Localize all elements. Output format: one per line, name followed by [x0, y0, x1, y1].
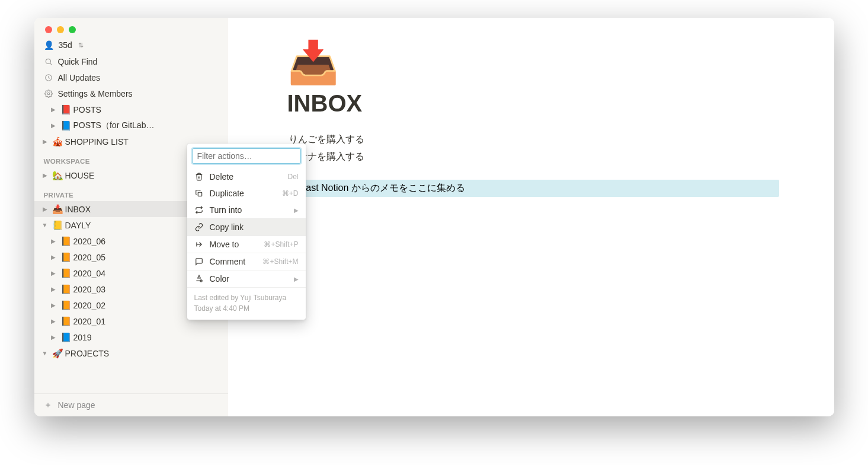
chevron-right-icon[interactable]: ▶	[47, 270, 59, 276]
page-emoji: 🎪	[52, 136, 64, 147]
toggle-block[interactable]: ▶ Fast Notion からのメモをここに集める	[287, 180, 779, 197]
svg-rect-4	[198, 192, 201, 196]
ctx-shortcut: Del	[287, 173, 298, 181]
trash-icon	[194, 173, 204, 181]
ctx-footer-time: Today at 4:40 PM	[194, 303, 299, 314]
gear-icon	[44, 90, 53, 98]
page-emoji: 📥	[52, 204, 64, 215]
all-updates[interactable]: All Updates	[34, 69, 228, 85]
ctx-color[interactable]: Color ▶	[187, 270, 306, 287]
minimize-window-button[interactable]	[57, 26, 64, 33]
chevron-right-icon[interactable]: ▶	[47, 106, 59, 113]
page-emoji: 📕	[60, 104, 72, 115]
user-icon: 👤	[44, 40, 54, 50]
clock-icon	[44, 74, 53, 82]
chevron-right-icon[interactable]: ▶	[47, 238, 59, 244]
sidebar-item-label: INBOX	[65, 205, 91, 214]
ctx-shortcut: ⌘+Shift+P	[264, 240, 298, 249]
main-content: 📥 INBOX りんごを購入する バナナを購入する ▶ Fast Notion …	[228, 18, 834, 416]
chevron-down-icon[interactable]: ▼	[39, 222, 51, 228]
chevron-right-icon[interactable]: ▶	[47, 122, 59, 129]
ctx-comment[interactable]: Comment ⌘+Shift+M	[187, 253, 306, 270]
chevron-right-icon[interactable]: ▶	[39, 138, 51, 145]
sidebar-item-projects[interactable]: ▼🚀PROJECTS	[34, 345, 228, 361]
toggle-label: Fast Notion からのメモをここに集める	[300, 182, 465, 195]
ctx-label: Copy link	[210, 222, 244, 232]
ctx-footer: Last edited by Yuji Tsuburaya Today at 4…	[187, 288, 306, 320]
ctx-label: Color	[210, 274, 229, 284]
chevron-right-icon[interactable]: ▶	[39, 172, 51, 179]
app-window: 👤 35d ⇅ Quick Find All Updates Settings …	[34, 18, 834, 416]
chevron-right-icon[interactable]: ▶	[47, 286, 59, 292]
link-icon	[194, 223, 204, 231]
sidebar-item-posts-gitlab[interactable]: ▶📘POSTS（for GitLab…	[34, 117, 228, 133]
new-page-label: New page	[58, 400, 95, 410]
sidebar-item-posts[interactable]: ▶📕POSTS	[34, 101, 228, 117]
comment-icon	[194, 257, 204, 266]
chevron-down-icon[interactable]: ▼	[39, 350, 51, 356]
text-block[interactable]: りんごを購入する	[287, 131, 821, 148]
svg-point-0	[46, 59, 50, 63]
ctx-shortcut: ⌘+D	[282, 189, 299, 198]
ctx-label: Comment	[210, 257, 246, 266]
chevron-right-icon[interactable]: ▶	[47, 318, 59, 324]
switcher-caret-icon: ⇅	[78, 42, 84, 49]
svg-point-3	[47, 93, 50, 95]
filter-actions-input[interactable]	[192, 148, 301, 164]
all-updates-label: All Updates	[58, 73, 101, 82]
sidebar-item-label: SHOPPING LIST	[65, 137, 129, 146]
page-emoji: 📙	[60, 316, 72, 327]
text-block[interactable]: バナナを購入する	[287, 148, 821, 165]
page-emoji: 📘	[60, 120, 72, 131]
submenu-arrow-icon: ▶	[294, 207, 299, 214]
workspace-switcher[interactable]: 👤 35d ⇅	[34, 39, 228, 53]
ctx-label: Turn into	[210, 205, 242, 215]
page-emoji: 📙	[60, 268, 72, 279]
close-window-button[interactable]	[45, 26, 52, 33]
ctx-label: Duplicate	[210, 189, 244, 198]
user-name: 35d	[59, 40, 72, 50]
settings-members[interactable]: Settings & Members	[34, 85, 228, 101]
sidebar-item-label: 2020_06	[73, 237, 106, 246]
quick-find[interactable]: Quick Find	[34, 53, 228, 69]
sidebar-item-2019[interactable]: ▶📘2019	[34, 329, 228, 345]
maximize-window-button[interactable]	[69, 26, 76, 33]
page-emoji: 📙	[60, 252, 72, 263]
ctx-label: Delete	[210, 172, 233, 181]
chevron-right-icon[interactable]: ▶	[39, 206, 51, 212]
chevron-right-icon[interactable]: ▶	[47, 254, 59, 260]
page-title[interactable]: INBOX	[287, 90, 821, 117]
quick-find-label: Quick Find	[58, 57, 98, 66]
ctx-label: Move to	[210, 240, 239, 249]
submenu-arrow-icon: ▶	[294, 276, 299, 282]
page-emoji: 🚀	[52, 348, 64, 359]
ctx-turn-into[interactable]: Turn into ▶	[187, 202, 306, 218]
ctx-shortcut: ⌘+Shift+M	[262, 257, 298, 266]
new-page-button[interactable]: ＋ New page	[34, 393, 228, 416]
chevron-right-icon[interactable]: ▶	[47, 334, 59, 340]
ctx-move-to[interactable]: Move to ⌘+Shift+P	[187, 236, 306, 253]
sidebar-item-label: 2020_01	[73, 317, 106, 326]
sidebar-item-label: 2020_04	[73, 269, 106, 278]
sidebar-item-label: HOUSE	[65, 171, 95, 180]
page-emoji: 📘	[60, 332, 72, 343]
page-icon[interactable]: 📥	[287, 42, 821, 83]
color-icon	[194, 275, 204, 283]
sidebar-item-label: PROJECTS	[65, 349, 110, 358]
page-emoji: 📙	[60, 236, 72, 247]
search-icon	[44, 58, 53, 66]
svg-line-1	[50, 63, 52, 65]
page-emoji: 📒	[52, 220, 64, 231]
duplicate-icon	[194, 189, 204, 198]
ctx-footer-editor: Last edited by Yuji Tsuburaya	[194, 292, 299, 303]
ctx-copy-link[interactable]: Copy link	[187, 219, 306, 235]
move-to-icon	[194, 240, 204, 249]
sidebar-item-label: 2020_02	[73, 301, 106, 310]
settings-label: Settings & Members	[58, 89, 133, 98]
ctx-duplicate[interactable]: Duplicate ⌘+D	[187, 185, 306, 202]
chevron-right-icon[interactable]: ▶	[47, 302, 59, 308]
ctx-delete[interactable]: Delete Del	[187, 168, 306, 185]
page-emoji: 📙	[60, 284, 72, 295]
page-emoji: 📙	[60, 300, 72, 311]
context-menu: Delete Del Duplicate ⌘+D Turn into ▶ Cop…	[187, 144, 306, 320]
